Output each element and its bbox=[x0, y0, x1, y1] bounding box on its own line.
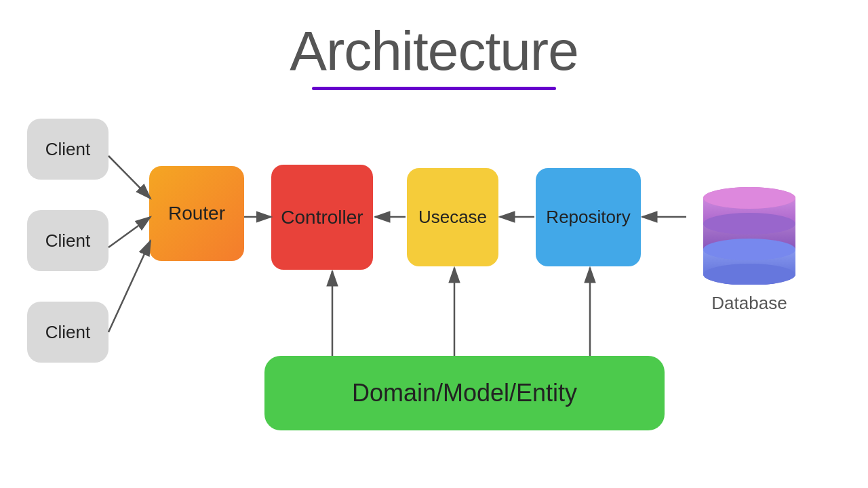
svg-point-6 bbox=[703, 239, 795, 260]
title-underline bbox=[312, 87, 556, 90]
controller-node: Controller bbox=[271, 165, 373, 270]
database-label: Database bbox=[685, 293, 814, 314]
client-node-3: Client bbox=[27, 302, 108, 363]
svg-line-14 bbox=[108, 217, 151, 247]
svg-point-9 bbox=[703, 213, 795, 235]
client-node-1: Client bbox=[27, 119, 108, 180]
svg-point-10 bbox=[703, 187, 795, 209]
svg-line-13 bbox=[108, 156, 151, 199]
page-title: Architecture bbox=[0, 19, 868, 83]
repository-node: Repository bbox=[536, 168, 641, 266]
domain-node: Domain/Model/Entity bbox=[264, 356, 665, 430]
svg-line-15 bbox=[108, 241, 151, 332]
database-container: Database bbox=[685, 149, 814, 314]
svg-point-3 bbox=[703, 264, 795, 285]
database-icon bbox=[685, 149, 814, 285]
title-section: Architecture bbox=[0, 0, 868, 90]
client-node-2: Client bbox=[27, 210, 108, 271]
router-node: Router bbox=[149, 166, 244, 261]
architecture-diagram: Client Client Client Router Controller U… bbox=[0, 105, 868, 488]
usecase-node: Usecase bbox=[407, 168, 498, 266]
